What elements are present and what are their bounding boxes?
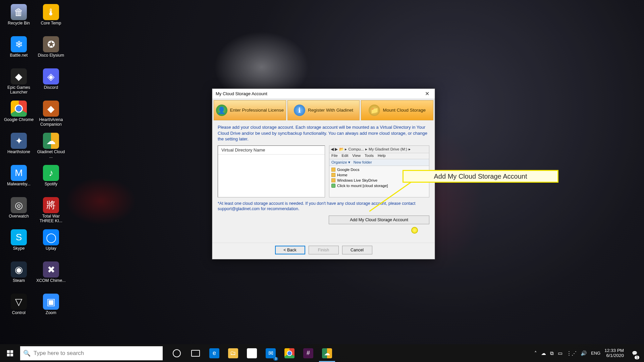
desktop-icon-gladinet-cloud-[interactable]: ☁Gladinet Cloud ... bbox=[35, 131, 67, 164]
desktop-icon-discord[interactable]: ◈Discord bbox=[35, 67, 67, 99]
system-tray: ˄ ☁ ⧉ ▭ ⋮⋰ 🔊 ENG 12:33 PM 6/1/2020 💬 1 bbox=[534, 344, 644, 362]
desktop-icon-hearthstone[interactable]: ✦Hearthstone bbox=[3, 131, 35, 164]
dialog-button-row: < Back Finish Cancel bbox=[212, 243, 435, 259]
app-icon: ❄ bbox=[11, 36, 27, 52]
desktop-icon-malwareby-[interactable]: MMalwareby... bbox=[3, 164, 35, 196]
taskbar-app-file-explorer[interactable]: 🗂 bbox=[224, 344, 243, 362]
cancel-button[interactable]: Cancel bbox=[342, 246, 372, 254]
taskbar-app-edge[interactable]: e bbox=[205, 344, 224, 362]
taskbar-app-mail[interactable]: ✉9 bbox=[261, 344, 280, 362]
desktop-icon-label: Overwatch bbox=[8, 214, 30, 219]
desktop-icon-recycle-bin[interactable]: 🗑Recycle Bin bbox=[3, 3, 35, 35]
desktop-icon-label: Total War THREE KI... bbox=[35, 214, 67, 224]
explorer-menu: FileEditViewToolsHelp bbox=[329, 153, 429, 159]
desktop-icon-zoom[interactable]: ▣Zoom bbox=[35, 292, 67, 324]
taskbar-app-microsoft-store[interactable]: 🛍 bbox=[243, 344, 261, 362]
annotation-dot bbox=[411, 227, 418, 234]
desktop-icon-label: HearthArena Companion bbox=[35, 117, 67, 127]
app-icon: ▽ bbox=[11, 294, 27, 310]
explorer-menu-item: Help bbox=[378, 154, 386, 159]
app-icon: ✪ bbox=[43, 36, 59, 52]
mail-icon: ✉ bbox=[266, 348, 276, 358]
dialog-title: My Cloud Storage Account bbox=[216, 91, 419, 96]
explorer-menu-item: View bbox=[352, 154, 361, 159]
taskbar-app-chrome[interactable] bbox=[280, 344, 299, 362]
desktop-icon-xcom-chime-[interactable]: ✖XCOM Chime... bbox=[35, 260, 67, 292]
desktop-icon-label: Control bbox=[11, 310, 26, 315]
desktop-icon-skype[interactable]: SSkype bbox=[3, 228, 35, 260]
app-icon bbox=[11, 101, 27, 117]
app-icon: 🗑 bbox=[11, 4, 27, 20]
finish-button: Finish bbox=[309, 246, 339, 254]
explorer-toolbar: Organize ▾New folder bbox=[329, 159, 429, 166]
task-view-button[interactable] bbox=[186, 344, 205, 362]
app-icon: ◈ bbox=[43, 68, 59, 84]
desktop-icon-overwatch[interactable]: ◎Overwatch bbox=[3, 196, 35, 228]
wifi-icon[interactable]: ⋮⋰ bbox=[567, 350, 577, 356]
wizard-tab-1[interactable]: ℹRegister With Gladinet bbox=[287, 100, 360, 120]
taskbar-search[interactable]: 🔍 bbox=[20, 346, 163, 360]
dialog-titlebar[interactable]: My Cloud Storage Account ✕ bbox=[212, 89, 435, 99]
desktop-icon-label: Google Chrome bbox=[3, 117, 34, 122]
folder-icon bbox=[331, 178, 335, 182]
svg-rect-1 bbox=[10, 350, 13, 353]
taskbar-app-gladinet[interactable]: ☁ bbox=[318, 344, 336, 362]
footnote-text: *At least one cloud storage account is n… bbox=[218, 201, 429, 212]
volume-icon[interactable]: 🔊 bbox=[581, 350, 587, 356]
folder-icon bbox=[331, 173, 335, 177]
language-indicator[interactable]: ENG bbox=[591, 351, 600, 356]
edge-icon: e bbox=[209, 348, 219, 358]
explorer-menu-item: Tools bbox=[365, 154, 374, 159]
dropbox-icon[interactable]: ⧉ bbox=[550, 350, 554, 356]
tab-icon: 👤 bbox=[216, 105, 227, 116]
virtual-directory-list[interactable]: Virtual Directory Name bbox=[218, 145, 325, 197]
search-input[interactable] bbox=[34, 350, 163, 357]
add-cloud-storage-button[interactable]: Add My Cloud Storage Account bbox=[329, 216, 429, 224]
close-icon[interactable]: ✕ bbox=[419, 89, 435, 99]
battery-icon[interactable]: ▭ bbox=[558, 350, 562, 356]
svg-rect-2 bbox=[7, 353, 10, 356]
app-icon: ✖ bbox=[43, 261, 59, 278]
onedrive-icon[interactable]: ☁ bbox=[541, 350, 546, 356]
desktop-icon-label: Hearthstone bbox=[7, 149, 31, 154]
desktop-icon-label: Malwareby... bbox=[6, 182, 31, 186]
folder-icon bbox=[331, 184, 335, 188]
tray-chevron-icon[interactable]: ˄ bbox=[534, 350, 537, 356]
desktop-icon-heartharena-companion[interactable]: ◆HearthArena Companion bbox=[35, 99, 67, 131]
desktop-icon-uplay[interactable]: ◯Uplay bbox=[35, 228, 67, 260]
desktop-icon-battle-net[interactable]: ❄Battle.net bbox=[3, 35, 35, 67]
app-icon: ✦ bbox=[11, 133, 27, 149]
desktop-icon-total-war-three-ki-[interactable]: 將Total War THREE KI... bbox=[35, 196, 67, 228]
desktop-icon-disco-elysium[interactable]: ✪Disco Elysium bbox=[35, 35, 67, 67]
desktop-icon-steam[interactable]: ◉Steam bbox=[3, 260, 35, 292]
tab-label: Enter Professional License bbox=[230, 108, 284, 113]
app-icon: ▣ bbox=[43, 294, 59, 310]
desktop-icon-spotify[interactable]: ♪Spotify bbox=[35, 164, 67, 196]
svg-rect-3 bbox=[10, 353, 13, 356]
desktop-icon-label: Zoom bbox=[45, 310, 57, 315]
taskbar: 🔍 e🗂🛍✉9#☁ ˄ ☁ ⧉ ▭ ⋮⋰ 🔊 ENG 12:33 PM 6/1/… bbox=[0, 344, 644, 362]
back-button[interactable]: < Back bbox=[275, 246, 305, 254]
app-icon: ◯ bbox=[43, 229, 59, 245]
taskbar-app-slack[interactable]: # bbox=[299, 344, 318, 362]
task-view-icon bbox=[191, 350, 200, 357]
desktop-icon-label: Epic Games Launcher bbox=[3, 85, 35, 95]
start-button[interactable] bbox=[0, 344, 20, 362]
wizard-tab-2[interactable]: 📁Mount Cloud Storage bbox=[361, 100, 433, 120]
explorer-menu-item: File bbox=[331, 154, 338, 159]
cortana-button[interactable] bbox=[167, 344, 186, 362]
wizard-tab-0[interactable]: 👤Enter Professional License bbox=[214, 100, 286, 120]
folder-icon bbox=[331, 168, 335, 172]
gladinet-icon: ☁ bbox=[322, 348, 332, 358]
action-center-button[interactable]: 💬 1 bbox=[628, 344, 641, 362]
desktop-icon-epic-games-launcher[interactable]: ◆Epic Games Launcher bbox=[3, 67, 35, 99]
explorer-item: Click to mount [cloud storage] bbox=[331, 183, 427, 188]
taskbar-clock[interactable]: 12:33 PM 6/1/2020 bbox=[604, 348, 624, 358]
app-icon: ♪ bbox=[43, 165, 59, 181]
desktop-icon-core-temp[interactable]: 🌡Core Temp bbox=[35, 3, 67, 35]
desktop-icon-google-chrome[interactable]: Google Chrome bbox=[3, 99, 35, 131]
search-icon: 🔍 bbox=[20, 350, 34, 357]
cloud-storage-dialog: My Cloud Storage Account ✕ 👤Enter Profes… bbox=[212, 88, 435, 259]
tab-icon: 📁 bbox=[369, 105, 380, 116]
desktop-icon-control[interactable]: ▽Control bbox=[3, 292, 35, 324]
